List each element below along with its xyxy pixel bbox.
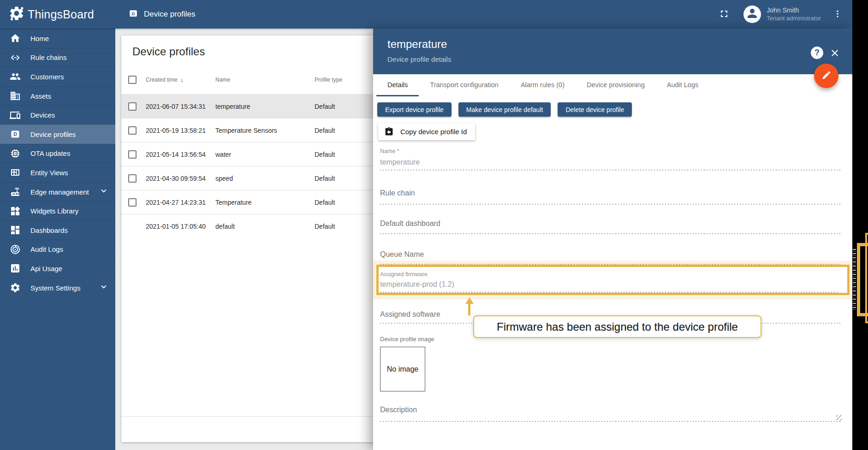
name-field-label: Name * xyxy=(380,148,399,154)
select-all-checkbox[interactable] xyxy=(128,76,137,84)
sidebar-item-label: Dashboards xyxy=(30,226,68,234)
queue-name-field-label: Queue Name xyxy=(380,250,424,259)
textarea-resize-handle xyxy=(836,415,842,420)
sidebar-item-label: Audit Logs xyxy=(30,245,63,253)
sidebar-nav: HomeRule chainsCustomersAssetsDevicesDDe… xyxy=(0,29,115,450)
sidebar-item-audit-logs[interactable]: Audit Logs xyxy=(0,240,115,259)
chevron-down-icon xyxy=(99,282,109,294)
user-menu[interactable]: John Smith Tenant administrator xyxy=(743,6,821,23)
help-button[interactable]: ? xyxy=(811,47,823,59)
annotation-arrow-stem xyxy=(468,303,470,316)
default-dashboard-field-label: Default dashboard xyxy=(380,219,440,228)
sidebar-item-label: Entity Views xyxy=(30,169,68,177)
make-device-profile-default-button[interactable]: Make device profile default xyxy=(458,102,551,117)
user-role: Tenant administrator xyxy=(767,15,821,22)
panel-action-buttons: Export device profileMake device profile… xyxy=(377,102,632,117)
row-checkbox[interactable] xyxy=(128,198,137,207)
sidebar-item-ota-updates[interactable]: OTA updates xyxy=(0,144,115,163)
cell-created-time: 2021-05-19 13:58:21 xyxy=(146,127,215,134)
rule-chain-field-label: Rule chain xyxy=(380,189,415,197)
sidebar-item-edge-management[interactable]: Edge management xyxy=(0,182,115,201)
tab-audit-logs[interactable]: Audit Logs xyxy=(656,74,710,96)
kebab-icon xyxy=(833,9,842,20)
export-device-profile-button[interactable]: Export device profile xyxy=(377,102,452,117)
sidebar-item-assets[interactable]: Assets xyxy=(0,86,115,106)
delete-device-profile-button[interactable]: Delete device profile xyxy=(558,102,632,117)
clipped-annotation-text xyxy=(853,249,856,310)
row-checkbox[interactable] xyxy=(128,102,137,111)
device-profile-image-label: Device profile image xyxy=(380,336,434,343)
close-button[interactable] xyxy=(829,47,840,60)
copy-device-profile-id-button[interactable]: Copy device profile Id xyxy=(378,123,475,140)
panel-title: temperature xyxy=(387,38,447,51)
row-checkbox-cell xyxy=(121,150,146,159)
svg-text:D: D xyxy=(132,11,135,16)
clipped-annotation-frame-inner xyxy=(857,243,868,316)
cell-created-time: 2021-04-27 14:23:31 xyxy=(146,199,215,206)
cell-created-time: 2021-01-05 17:05:40 xyxy=(146,223,215,230)
cell-created-time: 2021-04-30 09:59:54 xyxy=(146,175,215,182)
name-field-underline xyxy=(380,170,842,171)
thingsboard-logo[interactable]: ThingsBoard xyxy=(0,5,115,24)
panel-tabs: DetailsTransport configurationAlarm rule… xyxy=(373,74,852,96)
assigned-firmware-highlight-box xyxy=(376,265,850,295)
panel-subtitle: Device profile details xyxy=(387,55,451,63)
header-checkbox-cell xyxy=(121,76,146,84)
user-name: John Smith xyxy=(767,6,821,15)
sidebar-item-system-settings[interactable]: System Settings xyxy=(0,278,115,297)
cell-name: default xyxy=(215,223,315,230)
annotation-tooltip: Firmware has been assigned to the device… xyxy=(473,315,761,338)
more-menu-button[interactable] xyxy=(833,9,842,20)
row-checkbox[interactable] xyxy=(128,174,137,183)
screen: ThingsBoard D Device profiles John Smith… xyxy=(0,0,868,450)
person-icon xyxy=(745,6,759,22)
cell-name: Temperature Sensors xyxy=(215,127,315,134)
description-field-underline xyxy=(380,421,842,422)
svg-text:D: D xyxy=(13,131,17,137)
sidebar-item-widgets-library[interactable]: Widgets Library xyxy=(0,201,115,220)
sidebar-item-devices[interactable]: Devices xyxy=(0,105,115,124)
column-header-name[interactable]: Name xyxy=(215,77,315,83)
sidebar-item-home[interactable]: Home xyxy=(0,29,115,48)
row-checkbox[interactable] xyxy=(128,150,137,159)
assigned-firmware-field-value: temperature-prod (1.2) xyxy=(380,280,454,289)
cell-created-time: 2021-06-07 15:34:31 xyxy=(146,103,215,110)
brand-name: ThingsBoard xyxy=(28,8,94,21)
thingsboard-logo-icon xyxy=(8,5,25,24)
sidebar-item-label: Devices xyxy=(30,111,55,119)
tab-device-provisioning[interactable]: Device provisioning xyxy=(576,74,656,96)
sidebar-item-label: OTA updates xyxy=(30,149,70,157)
cell-name: speed xyxy=(215,175,315,182)
pencil-icon xyxy=(821,70,832,82)
ota-updates-icon xyxy=(10,148,21,159)
rule-chain-field-underline xyxy=(380,204,842,205)
page-title: Device profiles xyxy=(144,10,196,19)
sidebar-item-customers[interactable]: Customers xyxy=(0,67,115,86)
sidebar-item-api-usage[interactable]: Api Usage xyxy=(0,259,115,278)
column-label-created-time: Created time xyxy=(146,77,178,83)
sidebar-item-entity-views[interactable]: Entity Views xyxy=(0,163,115,182)
sidebar-item-rule-chains[interactable]: Rule chains xyxy=(0,48,115,67)
fullscreen-button[interactable] xyxy=(719,8,730,21)
tab-alarm-rules-0[interactable]: Alarm rules (0) xyxy=(510,74,576,96)
cell-name: Temperature xyxy=(215,199,315,206)
api-usage-icon xyxy=(10,263,21,274)
dashboards-icon xyxy=(10,225,21,236)
sidebar-item-dashboards[interactable]: Dashboards xyxy=(0,220,115,240)
column-header-created-time[interactable]: Created time ↓ xyxy=(146,76,215,83)
tab-details[interactable]: Details xyxy=(376,74,419,96)
edit-fab[interactable] xyxy=(814,64,838,88)
sort-desc-icon: ↓ xyxy=(180,76,184,83)
tab-transport-configuration[interactable]: Transport configuration xyxy=(419,74,510,96)
annotation-arrow-head xyxy=(465,297,474,304)
row-checkbox[interactable] xyxy=(128,126,137,135)
assets-icon xyxy=(10,90,21,101)
devices-icon xyxy=(10,110,21,121)
assigned-software-field-label: Assigned software xyxy=(380,310,440,319)
row-checkbox-cell xyxy=(121,198,146,207)
assigned-firmware-field-underline xyxy=(380,292,839,293)
user-meta: John Smith Tenant administrator xyxy=(767,6,821,22)
default-dashboard-field-underline xyxy=(380,233,842,234)
sidebar-item-device-profiles[interactable]: DDevice profiles xyxy=(0,124,115,144)
cell-name: water xyxy=(215,151,315,158)
